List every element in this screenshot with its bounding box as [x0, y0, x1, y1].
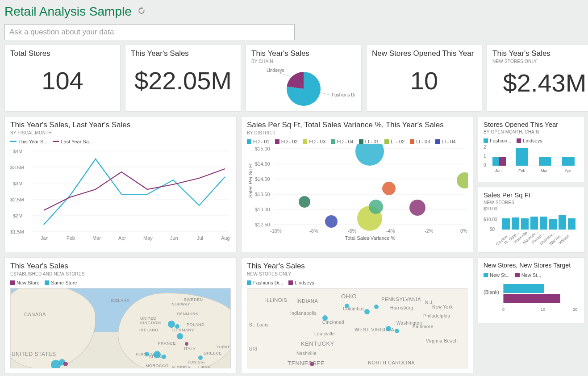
svg-text:Mar: Mar: [92, 235, 101, 241]
svg-text:$1.5M: $1.5M: [10, 229, 24, 234]
svg-text:20: 20: [573, 307, 577, 312]
card-total-stores[interactable]: Total Stores 104: [4, 45, 121, 112]
svg-text:Jan: Jan: [41, 235, 49, 241]
svg-point-43: [409, 200, 425, 216]
chart-legend: FD - 01 FD - 02 FD - 03 FD - 04 LI - 01 …: [247, 139, 467, 144]
svg-text:$14.00: $14.00: [255, 176, 270, 182]
chart-title: Stores Opened This Year: [484, 121, 579, 129]
tile-map-us[interactable]: This Year's Sales NEW STORES ONLY Fashio…: [241, 257, 473, 373]
svg-text:-10%: -10%: [270, 228, 282, 234]
card-new-stores[interactable]: New Stores Opened This Year 10: [366, 45, 482, 112]
svg-text:$3.5M: $3.5M: [10, 165, 24, 170]
svg-text:$13.00: $13.00: [255, 207, 270, 212]
map-canvas[interactable]: CANADA UNITED STATES ICELAND UNITEDKINGD…: [10, 288, 231, 368]
svg-text:Feb: Feb: [518, 168, 525, 173]
chart-legend: This Year S... Last Year Sa...: [10, 139, 231, 144]
card-value: $22.05M: [131, 66, 235, 95]
svg-point-47: [457, 172, 468, 188]
tile-sales-sqft[interactable]: Sales Per Sq Ft NEW STORES $20.00 $10.00…: [478, 187, 585, 253]
card-title: New Stores Opened This Year: [372, 50, 476, 58]
svg-rect-83: [549, 219, 557, 230]
svg-text:Feb: Feb: [67, 235, 75, 241]
card-value: 10: [372, 66, 476, 95]
svg-text:$2M: $2M: [13, 213, 22, 218]
chart-subtitle: BY OPEN MONTH, CHAIN: [484, 130, 579, 134]
svg-text:-4%: -4%: [386, 228, 395, 234]
svg-text:Jun: Jun: [170, 235, 178, 241]
card-value: 104: [10, 66, 115, 95]
chart-legend: New St... New St...: [484, 272, 579, 278]
svg-text:-6%: -6%: [348, 228, 357, 234]
svg-point-48: [382, 182, 396, 195]
chart-subtitle: ESTABLISHED AND NEW STORES: [10, 272, 231, 276]
svg-text:Jul: Jul: [197, 235, 203, 241]
svg-text:Jan: Jan: [495, 168, 502, 173]
svg-text:$20.00: $20.00: [484, 206, 497, 211]
card-title: This Year's Sales: [492, 50, 588, 58]
qna-search[interactable]: [4, 24, 295, 40]
svg-rect-81: [530, 217, 538, 230]
svg-text:$3M: $3M: [13, 181, 22, 186]
svg-text:Total Sales Variance %: Total Sales Variance %: [345, 235, 396, 241]
bar-chart: 2 1 0: [484, 143, 580, 175]
svg-text:(Blank): (Blank): [484, 289, 499, 295]
svg-text:2: 2: [484, 145, 486, 150]
chart-title: New Stores, New Stores Target: [484, 262, 579, 269]
svg-point-49: [325, 215, 338, 228]
card-subtitle: NEW STORES ONLY: [492, 59, 588, 64]
pie-label-fashions: Fashions Direct: [332, 92, 355, 97]
chart-title: Sales Per Sq Ft: [484, 192, 579, 199]
svg-point-45: [369, 200, 383, 214]
svg-text:Apr: Apr: [565, 168, 571, 173]
svg-text:$13.50: $13.50: [255, 192, 270, 197]
tile-stores-opened[interactable]: Stores Opened This Year BY OPEN MONTH, C…: [478, 116, 585, 182]
tile-line-chart[interactable]: This Year's Sales, Last Year's Sales BY …: [4, 116, 237, 252]
card-ty-sales-new-stores[interactable]: This Year's Sales NEW STORES ONLY $2.43M: [487, 45, 588, 112]
hbar-chart: (Blank) 0 10 20: [484, 278, 580, 316]
svg-text:0: 0: [484, 163, 486, 167]
svg-text:-8%: -8%: [309, 228, 318, 234]
map-canvas[interactable]: ILLINOIS INDIANA OHIO PENNSYLVANIA N.J. …: [247, 288, 467, 368]
svg-text:0%: 0%: [460, 228, 467, 234]
svg-point-46: [299, 196, 310, 208]
svg-text:0: 0: [502, 307, 505, 312]
chart-title: This Year's Sales, Last Year's Sales: [10, 121, 231, 130]
tile-scatter[interactable]: Sales Per Sq Ft, Total Sales Variance %,…: [241, 116, 473, 252]
tile-new-stores-target[interactable]: New Stores, New Stores Target New St... …: [478, 257, 585, 323]
svg-text:$15.00: $15.00: [255, 146, 270, 151]
svg-rect-79: [512, 217, 519, 230]
svg-text:Aug: Aug: [221, 235, 230, 241]
chart-title: Sales Per Sq Ft, Total Sales Variance %,…: [247, 121, 467, 130]
svg-text:-2%: -2%: [425, 228, 434, 234]
card-ty-sales-by-chain[interactable]: This Year's Sales BY CHAIN Lindseys Fash…: [246, 45, 362, 112]
page-title: Retail Analysis Sample: [4, 4, 132, 19]
svg-rect-69: [562, 157, 575, 166]
card-title: This Year's Sales: [131, 50, 235, 58]
svg-text:$0: $0: [490, 227, 495, 232]
chart-subtitle: NEW STORES ONLY: [247, 272, 467, 276]
svg-rect-85: [568, 218, 575, 230]
tile-map-world[interactable]: This Year's Sales ESTABLISHED AND NEW ST…: [4, 257, 237, 373]
card-ty-sales[interactable]: This Year's Sales $22.05M: [125, 45, 241, 112]
svg-text:Apr: Apr: [118, 235, 126, 241]
bar-chart: $20.00 $10.00 $0 Cin: [484, 205, 580, 250]
svg-rect-84: [559, 215, 566, 230]
qna-input[interactable]: [4, 24, 295, 40]
chart-legend: New Store Same Store: [10, 280, 231, 285]
card-value: $2.43M: [492, 68, 588, 97]
pie-label-lindseys: Lindseys: [267, 68, 284, 73]
svg-rect-67: [516, 148, 528, 166]
chart-title: This Year's Sales: [10, 262, 231, 271]
svg-rect-80: [521, 218, 529, 230]
svg-text:10: 10: [541, 307, 545, 312]
card-subtitle: BY CHAIN: [251, 59, 356, 64]
svg-text:$12.50: $12.50: [255, 222, 270, 227]
card-title: This Year's Sales: [251, 50, 356, 58]
chart-subtitle: NEW STORES: [484, 200, 579, 205]
svg-rect-78: [502, 218, 510, 230]
refresh-icon[interactable]: [137, 6, 146, 17]
svg-text:May: May: [143, 235, 153, 241]
svg-line-1: [320, 92, 331, 95]
svg-rect-95: [503, 284, 544, 293]
chart-title: This Year's Sales: [247, 262, 467, 271]
